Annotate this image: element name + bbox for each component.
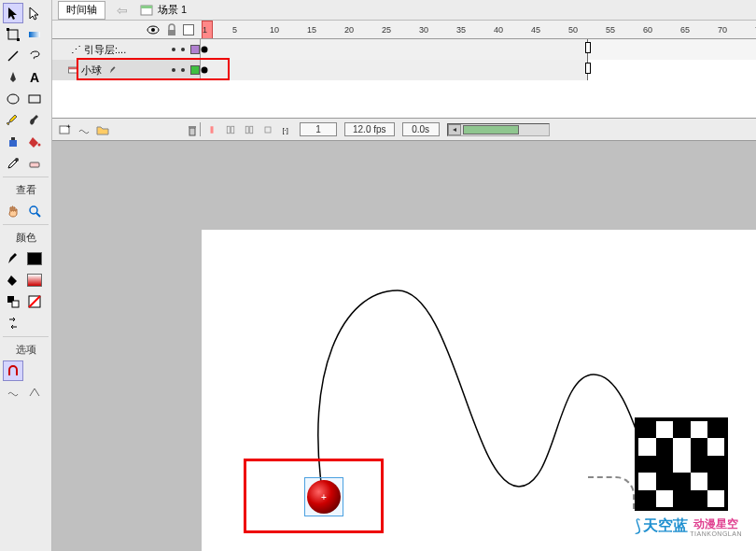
- svg-point-22: [151, 28, 155, 32]
- center-frame-icon[interactable]: [206, 124, 217, 135]
- pen-tool[interactable]: [3, 67, 23, 88]
- toolbox-panel: A 查看 颜色 选项: [0, 0, 52, 551]
- svg-rect-2: [17, 38, 20, 41]
- tick: 15: [307, 21, 316, 38]
- guide-layer-icon: ⋰: [71, 44, 81, 56]
- svg-rect-3: [29, 32, 40, 37]
- svg-rect-7: [29, 95, 40, 103]
- tick: 25: [382, 21, 391, 38]
- swap-colors[interactable]: [3, 313, 23, 333]
- svg-rect-34: [250, 126, 253, 134]
- brand-name-en: TIANKONGLAN: [690, 530, 742, 537]
- fill-swatch[interactable]: [24, 270, 45, 290]
- svg-rect-9: [11, 137, 15, 140]
- onion-skin-icon[interactable]: [225, 124, 236, 135]
- stroke-color[interactable]: [3, 248, 23, 269]
- no-color[interactable]: [24, 291, 45, 312]
- svg-line-4: [8, 51, 18, 61]
- scroll-left-icon[interactable]: ◂: [448, 124, 461, 135]
- current-frame: 1: [300, 122, 337, 136]
- hand-tool[interactable]: [3, 201, 23, 221]
- paint-bucket-tool[interactable]: [24, 132, 45, 152]
- svg-rect-12: [30, 162, 39, 167]
- tick: 30: [419, 21, 428, 38]
- pencil-tool[interactable]: [3, 110, 23, 131]
- subselection-tool[interactable]: [24, 3, 45, 23]
- outline-icon[interactable]: [183, 24, 194, 35]
- tick: 35: [456, 21, 466, 38]
- eye-icon[interactable]: [146, 22, 161, 37]
- canvas-area[interactable]: + ⟆ 天空蓝 动漫星空 TIANKONGLAN: [52, 141, 756, 551]
- layer-icon: [67, 64, 78, 76]
- insert-folder-icon[interactable]: [95, 122, 110, 137]
- svg-point-13: [30, 206, 37, 214]
- svg-rect-16: [12, 301, 19, 307]
- zoom-tool[interactable]: [24, 201, 45, 221]
- svg-rect-23: [168, 30, 175, 35]
- fill-color[interactable]: [3, 270, 23, 290]
- delete-layer-icon[interactable]: [185, 122, 200, 137]
- svg-point-11: [15, 158, 19, 162]
- eyedropper-tool[interactable]: [3, 153, 23, 174]
- svg-rect-33: [245, 126, 248, 134]
- free-transform-tool[interactable]: [3, 24, 23, 45]
- svg-rect-31: [227, 126, 230, 134]
- scroll-thumb[interactable]: [463, 125, 519, 134]
- tick: 70: [718, 21, 727, 38]
- tick: 50: [568, 21, 578, 38]
- ball-layer-track[interactable]: [200, 60, 756, 80]
- tick: 10: [270, 21, 279, 38]
- timeline-ruler-row: 1 5 10 15 20 25 30 35 40 45 50 55 60 65 …: [52, 21, 756, 39]
- tick: 5: [232, 21, 237, 38]
- tick: 45: [531, 21, 540, 38]
- timeline-tab[interactable]: 时间轴: [58, 1, 105, 20]
- tick: 40: [494, 21, 503, 38]
- svg-text:+: +: [66, 122, 71, 131]
- rectangle-tool[interactable]: [24, 89, 45, 109]
- options-heading: 选项: [3, 343, 49, 357]
- brush-tool[interactable]: [24, 110, 45, 131]
- edit-multiple-frames-icon[interactable]: [262, 124, 273, 135]
- frame-ruler[interactable]: 1 5 10 15 20 25 30 35 40 45 50 55 60 65 …: [200, 21, 756, 38]
- gradient-transform-tool[interactable]: [24, 24, 45, 45]
- scene-icon: [139, 3, 154, 18]
- line-tool[interactable]: [3, 46, 23, 66]
- eraser-tool[interactable]: [24, 153, 45, 174]
- svg-rect-28: [189, 128, 195, 135]
- color-heading: 颜色: [3, 231, 49, 245]
- lock-icon[interactable]: [164, 22, 179, 37]
- snap-to-objects-toggle[interactable]: [3, 360, 23, 381]
- insert-layer-icon[interactable]: +: [58, 122, 73, 137]
- straighten-option[interactable]: [24, 382, 45, 403]
- stroke-swatch[interactable]: [24, 248, 45, 269]
- onion-skin-outlines-icon[interactable]: [244, 124, 255, 135]
- ball-symbol[interactable]: +: [307, 480, 341, 514]
- guide-layer-track[interactable]: [200, 39, 756, 60]
- frame-rate: 12.0 fps: [344, 122, 395, 136]
- text-tool[interactable]: A: [24, 67, 45, 88]
- svg-point-10: [38, 144, 41, 147]
- default-colors[interactable]: [3, 291, 23, 312]
- modify-onion-markers-icon[interactable]: [·]: [281, 124, 292, 135]
- qr-code: [635, 417, 728, 511]
- pencil-icon: [108, 65, 118, 75]
- smooth-option[interactable]: [3, 382, 23, 403]
- svg-rect-20: [141, 6, 152, 8]
- svg-rect-30: [211, 126, 214, 134]
- tick: 1: [203, 21, 207, 38]
- scene-breadcrumb[interactable]: 场景 1: [139, 3, 187, 18]
- timeline-scrollbar[interactable]: ◂: [447, 123, 550, 136]
- main-area: 时间轴 ⇦ 场景 1 1 5 10 15 20 25 30 35 40 45: [52, 0, 756, 551]
- tick: 65: [680, 21, 690, 38]
- tick: 55: [606, 21, 615, 38]
- add-guide-layer-icon[interactable]: [77, 122, 91, 137]
- layer-row-ball[interactable]: 小球: [52, 60, 756, 80]
- lasso-tool[interactable]: [24, 46, 45, 66]
- oval-tool[interactable]: [3, 89, 23, 109]
- svg-point-6: [7, 94, 19, 104]
- back-icon[interactable]: ⇦: [113, 3, 132, 18]
- layer-row-guide[interactable]: ⋰ 引导层:...: [52, 39, 756, 60]
- tick: 20: [344, 21, 354, 38]
- ink-bottle-tool[interactable]: [3, 132, 23, 152]
- selection-tool[interactable]: [3, 3, 23, 23]
